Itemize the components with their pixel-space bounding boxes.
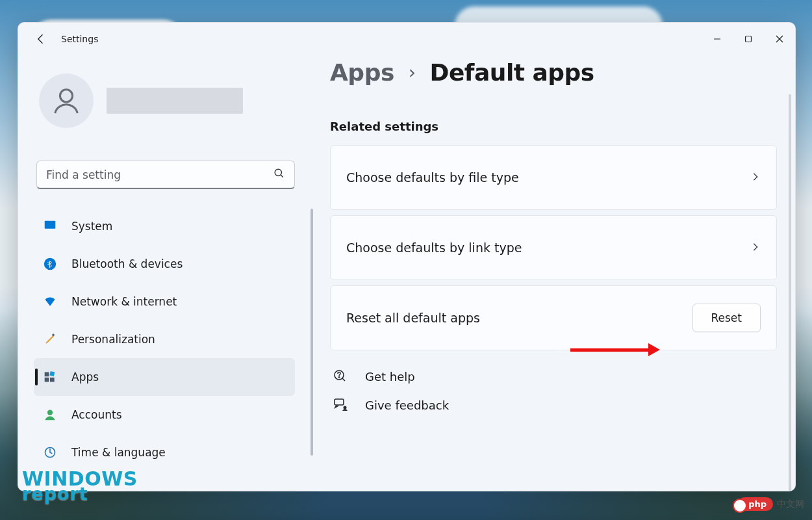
svg-rect-11 — [49, 371, 55, 376]
display-icon — [43, 219, 57, 233]
sidebar-item-apps[interactable]: Apps — [34, 358, 295, 396]
give-feedback-link[interactable]: Give feedback — [330, 397, 777, 413]
profile-name-redacted — [107, 88, 243, 114]
svg-rect-1 — [746, 36, 752, 42]
close-button[interactable] — [764, 27, 795, 51]
apps-icon — [43, 370, 57, 384]
svg-rect-18 — [335, 399, 344, 405]
sidebar-item-label: Bluetooth & devices — [71, 257, 183, 270]
search-box[interactable] — [36, 161, 295, 189]
breadcrumb: Apps › Default apps — [330, 58, 777, 104]
svg-point-19 — [344, 406, 347, 410]
svg-rect-12 — [45, 378, 49, 382]
sidebar-item-label: Accounts — [71, 408, 122, 421]
breadcrumb-parent[interactable]: Apps — [330, 59, 394, 86]
chevron-right-icon — [750, 170, 761, 185]
globe-clock-icon — [43, 445, 57, 460]
sidebar-item-time-language[interactable]: Time & language — [34, 434, 295, 471]
sidebar: System Bluetooth & devices Network & int… — [18, 55, 311, 491]
back-button[interactable] — [30, 28, 52, 50]
minimize-button[interactable] — [702, 27, 733, 51]
nav: System Bluetooth & devices Network & int… — [34, 207, 311, 471]
sidebar-item-label: Time & language — [71, 446, 166, 459]
feedback-icon — [333, 397, 348, 413]
help-label: Give feedback — [365, 398, 449, 412]
svg-line-6 — [281, 175, 283, 177]
help-label: Get help — [365, 370, 415, 384]
svg-rect-10 — [45, 372, 49, 377]
main-content: Apps › Default apps Related settings Cho… — [311, 55, 795, 491]
avatar — [39, 73, 94, 128]
svg-point-17 — [338, 377, 339, 378]
search-input[interactable] — [46, 168, 273, 181]
sidebar-item-personalization[interactable]: Personalization — [34, 320, 295, 358]
reset-button[interactable]: Reset — [692, 304, 761, 332]
sidebar-item-label: Network & internet — [71, 295, 177, 308]
titlebar: Settings — [18, 23, 795, 55]
svg-point-4 — [60, 90, 72, 102]
card-defaults-link-type[interactable]: Choose defaults by link type — [330, 215, 777, 280]
window-title: Settings — [61, 34, 98, 44]
card-label: Reset all default apps — [346, 311, 480, 325]
help-icon — [333, 369, 348, 384]
settings-window: Settings Syste — [18, 22, 796, 491]
section-label-related: Related settings — [330, 120, 777, 133]
search-icon — [273, 167, 285, 182]
wifi-icon — [43, 294, 57, 309]
sidebar-item-label: Apps — [71, 370, 99, 384]
svg-rect-13 — [50, 378, 55, 382]
paintbrush-icon — [43, 332, 57, 346]
get-help-link[interactable]: Get help — [330, 369, 777, 384]
svg-rect-7 — [45, 221, 56, 229]
bluetooth-icon — [43, 257, 57, 271]
maximize-button[interactable] — [733, 27, 764, 51]
breadcrumb-current: Default apps — [430, 59, 594, 86]
main-scrollbar[interactable] — [789, 94, 791, 491]
sidebar-item-label: System — [71, 220, 112, 233]
sidebar-item-accounts[interactable]: Accounts — [34, 396, 295, 434]
chevron-right-icon: › — [409, 62, 416, 83]
svg-point-5 — [275, 169, 281, 176]
person-icon — [43, 408, 57, 422]
sidebar-item-network[interactable]: Network & internet — [34, 283, 295, 320]
card-defaults-file-type[interactable]: Choose defaults by file type — [330, 145, 777, 210]
card-label: Choose defaults by link type — [346, 240, 522, 255]
card-reset-defaults: Reset all default apps Reset — [330, 285, 777, 350]
sidebar-item-bluetooth[interactable]: Bluetooth & devices — [34, 245, 295, 283]
sidebar-item-system[interactable]: System — [34, 207, 295, 245]
profile-block[interactable] — [34, 67, 311, 141]
card-label: Choose defaults by file type — [346, 170, 519, 185]
window-controls — [702, 27, 795, 51]
chevron-right-icon — [750, 240, 761, 255]
sidebar-item-label: Personalization — [71, 333, 155, 346]
svg-point-14 — [47, 410, 53, 415]
